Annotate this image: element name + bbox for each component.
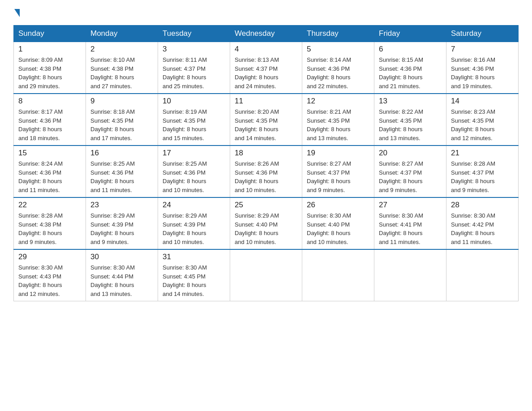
calendar-cell: 11 Sunrise: 8:20 AMSunset: 4:35 PMDaylig… (230, 94, 302, 146)
day-number: 22 (18, 201, 81, 210)
day-info: Sunrise: 8:16 AMSunset: 4:36 PMDaylight:… (451, 56, 495, 90)
calendar-header-sunday: Sunday (14, 26, 86, 42)
day-number: 14 (451, 97, 514, 106)
calendar-week-row: 29 Sunrise: 8:30 AMSunset: 4:43 PMDaylig… (14, 249, 519, 301)
logo (13, 9, 20, 16)
calendar-header-monday: Monday (86, 26, 158, 42)
calendar-cell: 25 Sunrise: 8:29 AMSunset: 4:40 PMDaylig… (230, 197, 302, 249)
day-number: 11 (235, 97, 297, 106)
calendar-cell: 5 Sunrise: 8:14 AMSunset: 4:36 PMDayligh… (302, 42, 374, 94)
day-number: 26 (307, 201, 369, 210)
day-info: Sunrise: 8:29 AMSunset: 4:40 PMDaylight:… (235, 212, 279, 245)
calendar-cell: 30 Sunrise: 8:30 AMSunset: 4:44 PMDaylig… (86, 249, 158, 301)
calendar-cell: 23 Sunrise: 8:29 AMSunset: 4:39 PMDaylig… (86, 197, 158, 249)
day-info: Sunrise: 8:29 AMSunset: 4:39 PMDaylight:… (163, 212, 207, 245)
day-info: Sunrise: 8:25 AMSunset: 4:36 PMDaylight:… (163, 160, 207, 193)
calendar-cell: 28 Sunrise: 8:30 AMSunset: 4:42 PMDaylig… (446, 197, 519, 249)
day-info: Sunrise: 8:15 AMSunset: 4:36 PMDaylight:… (379, 56, 423, 90)
day-number: 21 (451, 149, 514, 158)
calendar-cell: 18 Sunrise: 8:26 AMSunset: 4:36 PMDaylig… (230, 146, 302, 197)
day-info: Sunrise: 8:27 AMSunset: 4:37 PMDaylight:… (379, 160, 423, 193)
calendar-cell: 21 Sunrise: 8:28 AMSunset: 4:37 PMDaylig… (446, 146, 519, 197)
calendar-cell: 4 Sunrise: 8:13 AMSunset: 4:37 PMDayligh… (230, 42, 302, 94)
calendar-cell: 8 Sunrise: 8:17 AMSunset: 4:36 PMDayligh… (14, 94, 86, 146)
calendar-week-row: 15 Sunrise: 8:24 AMSunset: 4:36 PMDaylig… (14, 146, 519, 197)
day-info: Sunrise: 8:11 AMSunset: 4:37 PMDaylight:… (163, 56, 207, 90)
calendar-table: SundayMondayTuesdayWednesdayThursdayFrid… (13, 25, 519, 301)
day-info: Sunrise: 8:28 AMSunset: 4:38 PMDaylight:… (18, 212, 63, 245)
day-number: 8 (18, 97, 81, 106)
day-number: 6 (379, 45, 442, 54)
page-header (13, 9, 519, 16)
calendar-cell: 20 Sunrise: 8:27 AMSunset: 4:37 PMDaylig… (374, 146, 446, 197)
day-info: Sunrise: 8:22 AMSunset: 4:35 PMDaylight:… (379, 108, 423, 141)
calendar-week-row: 22 Sunrise: 8:28 AMSunset: 4:38 PMDaylig… (14, 197, 519, 249)
calendar-cell: 3 Sunrise: 8:11 AMSunset: 4:37 PMDayligh… (158, 42, 230, 94)
day-info: Sunrise: 8:25 AMSunset: 4:36 PMDaylight:… (90, 160, 135, 193)
day-number: 17 (163, 149, 225, 158)
day-number: 31 (163, 253, 225, 261)
day-number: 18 (235, 149, 297, 158)
calendar-header-wednesday: Wednesday (230, 26, 302, 42)
calendar-cell: 22 Sunrise: 8:28 AMSunset: 4:38 PMDaylig… (14, 197, 86, 249)
day-info: Sunrise: 8:30 AMSunset: 4:45 PMDaylight:… (163, 264, 207, 297)
day-number: 13 (379, 97, 442, 106)
calendar-cell: 10 Sunrise: 8:19 AMSunset: 4:35 PMDaylig… (158, 94, 230, 146)
day-number: 10 (163, 97, 225, 106)
day-number: 7 (451, 45, 514, 54)
day-number: 28 (451, 201, 514, 210)
day-info: Sunrise: 8:20 AMSunset: 4:35 PMDaylight:… (235, 108, 279, 141)
calendar-cell: 14 Sunrise: 8:23 AMSunset: 4:35 PMDaylig… (446, 94, 519, 146)
day-number: 27 (379, 201, 442, 210)
day-info: Sunrise: 8:30 AMSunset: 4:44 PMDaylight:… (90, 264, 135, 297)
day-number: 1 (18, 45, 81, 54)
calendar-header-tuesday: Tuesday (158, 26, 230, 42)
day-info: Sunrise: 8:21 AMSunset: 4:35 PMDaylight:… (307, 108, 351, 141)
calendar-cell: 17 Sunrise: 8:25 AMSunset: 4:36 PMDaylig… (158, 146, 230, 197)
calendar-cell: 12 Sunrise: 8:21 AMSunset: 4:35 PMDaylig… (302, 94, 374, 146)
calendar-week-row: 1 Sunrise: 8:09 AMSunset: 4:38 PMDayligh… (14, 42, 519, 94)
day-info: Sunrise: 8:24 AMSunset: 4:36 PMDaylight:… (18, 160, 63, 193)
day-info: Sunrise: 8:30 AMSunset: 4:40 PMDaylight:… (307, 212, 351, 245)
calendar-cell: 29 Sunrise: 8:30 AMSunset: 4:43 PMDaylig… (14, 249, 86, 301)
logo-arrow-icon (14, 9, 20, 17)
day-number: 9 (90, 97, 153, 106)
day-info: Sunrise: 8:27 AMSunset: 4:37 PMDaylight:… (307, 160, 351, 193)
day-number: 12 (307, 97, 369, 106)
calendar-cell: 13 Sunrise: 8:22 AMSunset: 4:35 PMDaylig… (374, 94, 446, 146)
calendar-cell: 31 Sunrise: 8:30 AMSunset: 4:45 PMDaylig… (158, 249, 230, 301)
day-info: Sunrise: 8:13 AMSunset: 4:37 PMDaylight:… (235, 56, 279, 90)
day-info: Sunrise: 8:17 AMSunset: 4:36 PMDaylight:… (18, 108, 63, 141)
day-number: 3 (163, 45, 225, 54)
calendar-cell: 24 Sunrise: 8:29 AMSunset: 4:39 PMDaylig… (158, 197, 230, 249)
calendar-cell (230, 249, 302, 301)
calendar-cell: 27 Sunrise: 8:30 AMSunset: 4:41 PMDaylig… (374, 197, 446, 249)
day-info: Sunrise: 8:30 AMSunset: 4:41 PMDaylight:… (379, 212, 423, 245)
day-info: Sunrise: 8:14 AMSunset: 4:36 PMDaylight:… (307, 56, 351, 90)
calendar-header-saturday: Saturday (446, 26, 519, 42)
day-info: Sunrise: 8:23 AMSunset: 4:35 PMDaylight:… (451, 108, 495, 141)
day-info: Sunrise: 8:09 AMSunset: 4:38 PMDaylight:… (18, 56, 63, 90)
calendar-cell: 9 Sunrise: 8:18 AMSunset: 4:35 PMDayligh… (86, 94, 158, 146)
calendar-cell: 7 Sunrise: 8:16 AMSunset: 4:36 PMDayligh… (446, 42, 519, 94)
day-number: 29 (18, 253, 81, 261)
day-info: Sunrise: 8:26 AMSunset: 4:36 PMDaylight:… (235, 160, 279, 193)
calendar-week-row: 8 Sunrise: 8:17 AMSunset: 4:36 PMDayligh… (14, 94, 519, 146)
calendar-cell (302, 249, 374, 301)
day-info: Sunrise: 8:19 AMSunset: 4:35 PMDaylight:… (163, 108, 207, 141)
day-info: Sunrise: 8:18 AMSunset: 4:35 PMDaylight:… (90, 108, 135, 141)
calendar-header-friday: Friday (374, 26, 446, 42)
day-number: 16 (90, 149, 153, 158)
calendar-cell: 1 Sunrise: 8:09 AMSunset: 4:38 PMDayligh… (14, 42, 86, 94)
calendar-cell (446, 249, 519, 301)
calendar-cell: 15 Sunrise: 8:24 AMSunset: 4:36 PMDaylig… (14, 146, 86, 197)
calendar-cell (374, 249, 446, 301)
calendar-cell: 6 Sunrise: 8:15 AMSunset: 4:36 PMDayligh… (374, 42, 446, 94)
day-info: Sunrise: 8:28 AMSunset: 4:37 PMDaylight:… (451, 160, 495, 193)
day-number: 4 (235, 45, 297, 54)
day-number: 5 (307, 45, 369, 54)
calendar-header-thursday: Thursday (302, 26, 374, 42)
calendar-cell: 19 Sunrise: 8:27 AMSunset: 4:37 PMDaylig… (302, 146, 374, 197)
day-number: 25 (235, 201, 297, 210)
day-info: Sunrise: 8:30 AMSunset: 4:43 PMDaylight:… (18, 264, 63, 297)
